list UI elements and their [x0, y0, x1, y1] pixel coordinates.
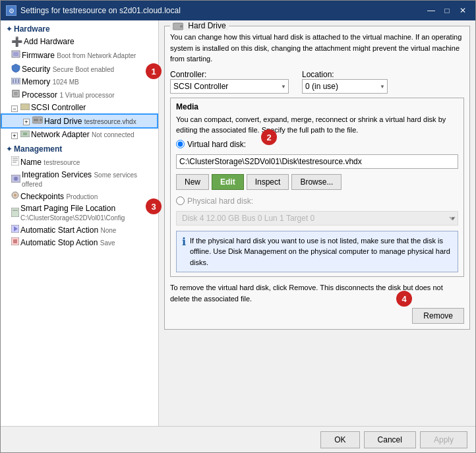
integration-text: Integration Services Some services offer…: [22, 170, 156, 189]
info-icon: ℹ: [182, 235, 186, 268]
scsi-label: SCSI Controller: [31, 103, 86, 112]
sidebar-item-processor[interactable]: Processor 1 Virtual processor: [1, 88, 158, 102]
add-hardware-icon: ➕: [11, 36, 22, 47]
circle-4-indicator: 4: [396, 291, 412, 307]
sidebar-item-network[interactable]: + Network Adapter Not connected: [1, 129, 158, 140]
sidebar-item-add-hardware[interactable]: ➕ Add Hardware: [1, 35, 158, 48]
memory-label: Memory: [22, 77, 50, 86]
smart-paging-icon: [11, 208, 19, 219]
sidebar-item-integration[interactable]: Integration Services Some services offer…: [1, 169, 158, 190]
close-button[interactable]: ✕: [456, 3, 470, 18]
physical-disk-label[interactable]: Physical hard disk:: [187, 196, 253, 206]
ok-button[interactable]: OK: [320, 431, 359, 448]
auto-start-sublabel: None: [100, 227, 116, 234]
cancel-button[interactable]: Cancel: [364, 431, 416, 448]
network-expand-btn[interactable]: +: [11, 133, 18, 139]
hard-drive-expand-btn[interactable]: +: [23, 119, 30, 125]
sidebar-item-name[interactable]: Name testresource: [1, 155, 158, 169]
security-sublabel: Secure Boot enabled: [53, 66, 114, 73]
security-text: Security Secure Boot enabled: [22, 65, 114, 74]
circle-3-indicator: 3: [146, 198, 162, 214]
remove-section: To remove the virtual hard disk, click R…: [170, 282, 464, 324]
sidebar-item-smart-paging[interactable]: Smart Paging File Location C:\ClusterSto…: [1, 202, 158, 224]
sidebar-item-hard-drive[interactable]: + Hard Drive testresource.vhdx: [1, 113, 158, 129]
group-title-text: Hard Drive: [188, 21, 225, 30]
minimize-button[interactable]: —: [424, 3, 438, 18]
checkpoints-label: Checkpoints: [20, 192, 64, 201]
management-label: Management: [14, 144, 62, 154]
svg-point-10: [40, 119, 42, 121]
auto-stop-sublabel: Save: [100, 239, 115, 247]
remove-text: To remove the virtual hard disk, click R…: [170, 282, 464, 304]
star-icon: ✦: [6, 24, 13, 34]
controller-select[interactable]: SCSI Controller: [170, 79, 289, 94]
auto-start-text: Automatic Start Action None: [20, 226, 116, 235]
auto-start-label: Automatic Start Action: [20, 226, 98, 235]
svg-rect-7: [14, 92, 18, 96]
virtual-disk-radio[interactable]: [176, 140, 185, 148]
security-icon: [11, 63, 20, 75]
svg-rect-1: [13, 52, 18, 56]
network-text: Network Adapter Not connected: [31, 130, 134, 139]
name-label: Name: [20, 158, 42, 167]
hard-drive-group-icon: [173, 21, 188, 30]
window-controls: — □ ✕: [424, 3, 470, 18]
auto-stop-text: Automatic Stop Action Save: [20, 238, 115, 247]
right-panel: Hard Drive You can change how this virtu…: [159, 20, 475, 426]
bottom-bar: OK Cancel Apply: [1, 426, 475, 452]
integration-icon: [11, 175, 20, 185]
smart-paging-text: Smart Paging File Location C:\ClusterSto…: [20, 204, 156, 222]
remove-button[interactable]: Remove: [412, 308, 464, 324]
hard-drive-label: Hard Drive: [44, 117, 82, 126]
hardware-section-header: ✦ Hardware: [1, 23, 158, 35]
apply-button[interactable]: Apply: [420, 431, 467, 448]
sidebar-item-auto-start[interactable]: Automatic Start Action None: [1, 224, 158, 236]
browse-button[interactable]: Browse...: [291, 174, 342, 190]
sidebar-item-security[interactable]: Security Secure Boot enabled: [1, 62, 158, 76]
physical-disk-section: Physical hard disk: Disk 4 12.00 GB Bus …: [176, 196, 458, 273]
auto-stop-label: Automatic Stop Action: [20, 238, 98, 247]
sidebar-item-firmware[interactable]: Firmware Boot from Network Adapter: [1, 48, 158, 62]
svg-rect-22: [11, 208, 19, 217]
physical-disk-radio[interactable]: [176, 196, 185, 205]
sidebar-item-auto-stop[interactable]: Automatic Stop Action Save: [1, 236, 158, 249]
location-label: Location:: [302, 70, 388, 79]
name-text: Name testresource: [20, 158, 80, 167]
svg-rect-11: [34, 119, 38, 121]
smart-paging-sublabel: C:\ClusterStorage\S2DVol01\Config: [20, 214, 125, 222]
management-star-icon: ✦: [6, 144, 13, 154]
processor-label: Processor: [22, 90, 57, 100]
sidebar-item-scsi[interactable]: − SCSI Controller: [1, 102, 158, 113]
management-section-header: ✦ Management: [1, 143, 158, 155]
sidebar-item-memory[interactable]: Memory 1024 MB: [1, 76, 158, 88]
edit-button[interactable]: Edit: [212, 174, 244, 190]
checkpoints-text: Checkpoints Production: [20, 192, 98, 201]
svg-point-19: [14, 177, 18, 181]
firmware-icon: [11, 49, 20, 61]
new-button[interactable]: New: [176, 174, 209, 190]
virtual-disk-label[interactable]: Virtual hard disk:: [187, 140, 246, 149]
virtual-disk-path-input[interactable]: [176, 154, 458, 169]
security-label: Security: [22, 65, 50, 74]
location-select[interactable]: 0 (in use): [302, 79, 388, 94]
svg-rect-3: [13, 79, 14, 83]
virtual-disk-buttons: New Edit Inspect Browse...: [176, 174, 458, 190]
processor-icon: [11, 89, 20, 100]
svg-point-29: [180, 25, 183, 28]
physical-info-text: If the physical hard disk you want to us…: [190, 235, 452, 268]
svg-point-21: [14, 194, 16, 196]
name-sublabel: testresource: [44, 159, 80, 166]
hard-drive-icon: [32, 116, 43, 126]
controller-label: Controller:: [170, 70, 289, 79]
inspect-button[interactable]: Inspect: [247, 174, 289, 190]
network-icon: [20, 130, 30, 139]
auto-start-icon: [11, 225, 19, 235]
firmware-sublabel: Boot from Network Adapter: [57, 52, 136, 59]
scsi-expand-btn[interactable]: −: [11, 106, 18, 112]
maximize-button[interactable]: □: [440, 3, 454, 18]
memory-text: Memory 1024 MB: [22, 77, 79, 86]
name-icon: [11, 156, 19, 167]
sidebar-item-checkpoints[interactable]: Checkpoints Production: [1, 190, 158, 202]
checkpoints-sublabel: Production: [66, 193, 98, 200]
firmware-text: Firmware Boot from Network Adapter: [22, 51, 136, 60]
